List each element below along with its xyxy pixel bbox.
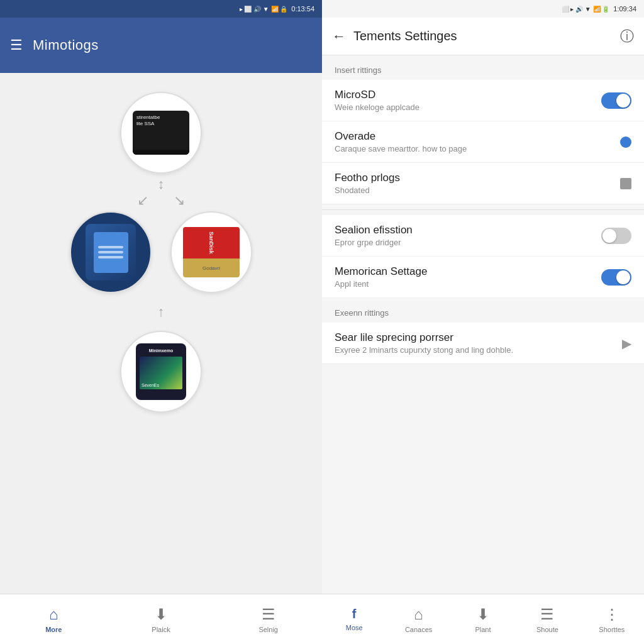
left-bottom-nav: ⌂ More ⬇ Plaick ☰ Selnig <box>0 594 322 644</box>
sd-card3-photo: SevenEs <box>140 357 182 389</box>
back-arrow-icon[interactable]: ← <box>332 28 346 45</box>
mose-icon: f <box>352 607 357 621</box>
arrows-up-section: ↑ <box>158 293 165 331</box>
arrow-left-down-icon: ↙ <box>137 194 148 208</box>
left-panel: ▸ ⬜ 🔊 ▼ 📶 🔒 0:13:54 ☰ Mimotiogs stirenta… <box>0 0 322 644</box>
plaick-label: Plaick <box>152 626 170 633</box>
plant-icon: ⬇ <box>477 606 489 623</box>
memorican-title: Memorican Settage <box>335 265 601 278</box>
settings-item-sealion[interactable]: Sealion efisstion Epror grpe dridger <box>322 215 644 257</box>
left-time: 0:13:54 <box>291 5 314 13</box>
sd-card2-label: SanDisk <box>208 231 214 254</box>
settings-item-sear[interactable]: Sear lile sprecing porrser Exyree 2 lmin… <box>322 323 644 364</box>
sd-card3-image: Minimxemo SevenEs <box>136 343 186 400</box>
microsd-text: MicroSD Weie nkeloge applcade <box>335 89 601 112</box>
left-header: ☰ Mimotiogs <box>0 18 322 73</box>
canaces-label: Canaces <box>405 626 432 633</box>
feotho-square-icon[interactable] <box>620 178 631 189</box>
microsd-title: MicroSD <box>335 89 601 101</box>
sd-card2-bottom: Godavri <box>183 258 240 277</box>
right-nav-plant[interactable]: ⬇ Plant <box>451 594 515 644</box>
microsd-toggle[interactable] <box>601 92 631 109</box>
right-status-icons: ⬜ ▸ 🔊 ▼ 📶 🔋 <box>562 6 610 13</box>
sd-card3-top-text: Minimxemo <box>149 348 174 353</box>
arrow-up-down-icon: ↕ <box>158 177 165 191</box>
sealion-text: Sealion efisstion Epror grpe dridger <box>335 224 601 247</box>
sealion-toggle-thumb <box>602 229 616 243</box>
overade-subtitle: Caraque save mearttor. how to page <box>335 144 620 153</box>
overade-text: Overade Caraque save mearttor. how to pa… <box>335 130 620 153</box>
settings-title: Tements Settinges <box>353 29 613 43</box>
right-nav-mose[interactable]: f Mose <box>322 594 386 644</box>
device-screen <box>94 232 128 273</box>
selnig-label: Selnig <box>258 626 278 633</box>
nav-item-plaick[interactable]: ⬇ Plaick <box>108 594 215 644</box>
shorttes-label: Shorttes <box>599 626 625 633</box>
nav-item-selnig[interactable]: ☰ Selnig <box>214 594 322 644</box>
right-header: ← Tements Settinges ⓘ <box>322 18 644 55</box>
feotho-subtitle: Shodated <box>335 186 620 195</box>
device-screen-line1 <box>98 246 123 248</box>
left-status-icons: ▸ ⬜ 🔊 ▼ 📶 🔒 <box>240 6 288 13</box>
right-settings-content: Insert rittings MicroSD Weie nkeloge app… <box>322 55 644 594</box>
right-time: 1:09:34 <box>613 5 636 13</box>
mose-label: Mose <box>346 624 363 631</box>
overade-dot[interactable] <box>620 136 631 148</box>
right-nav-shorttes[interactable]: ⋮ Shorttes <box>580 594 644 644</box>
info-icon[interactable]: ⓘ <box>620 27 634 46</box>
settings-item-overade[interactable]: Overade Caraque save mearttor. how to pa… <box>322 121 644 163</box>
feotho-text: Feotho prlogs Shodated <box>335 172 620 195</box>
more-label: More <box>45 626 62 633</box>
arrow-right-down-icon: ↘ <box>174 194 185 208</box>
settings-item-feotho[interactable]: Feotho prlogs Shodated <box>322 163 644 204</box>
overade-title: Overade <box>335 130 620 143</box>
arrow-up-icon: ↑ <box>158 305 165 319</box>
app-title: Mimotiogs <box>33 37 99 53</box>
sd-card2-image: SanDisk Godavri <box>183 227 240 277</box>
shoute-icon: ☰ <box>540 606 554 623</box>
microsd-toggle-thumb <box>616 94 630 108</box>
more-icon: ⌂ <box>49 606 58 623</box>
shorttes-icon: ⋮ <box>604 606 619 623</box>
plaick-icon: ⬇ <box>155 606 167 623</box>
hamburger-menu-icon[interactable]: ☰ <box>10 37 23 53</box>
sd-card-top-image: stirentatbelite SSA <box>133 111 189 155</box>
nav-item-more[interactable]: ⌂ More <box>0 594 108 644</box>
sealion-subtitle: Epror grpe dridger <box>335 238 601 247</box>
plant-label: Plant <box>475 626 491 633</box>
sear-play-icon[interactable]: ▶ <box>622 336 631 351</box>
settings-item-microsd[interactable]: MicroSD Weie nkeloge applcade <box>322 80 644 121</box>
device-screen-line2 <box>98 251 123 253</box>
sear-text: Sear lile sprecing porrser Exyree 2 lmin… <box>335 331 622 355</box>
microsd-subtitle: Weie nkeloge applcade <box>335 103 601 112</box>
settings-item-memorican[interactable]: Memorican Settage Appl itent <box>322 257 644 298</box>
selnig-icon: ☰ <box>262 606 275 623</box>
device-image <box>86 224 136 280</box>
left-status-bar: ▸ ⬜ 🔊 ▼ 📶 🔒 0:13:54 <box>0 0 322 18</box>
top-sd-card-circle: stirentatbelite SSA <box>120 92 202 174</box>
sealion-title: Sealion efisstion <box>335 224 601 236</box>
right-nav-canaces[interactable]: ⌂ Canaces <box>386 594 450 644</box>
sd-card2-top: SanDisk <box>183 227 240 258</box>
left-content: stirentatbelite SSA ↕ ↙ ↘ <box>0 73 322 594</box>
insert-section-label: Insert rittings <box>322 55 644 80</box>
arrows-down-section: ↕ ↙ ↘ <box>137 174 185 211</box>
right-panel: ⬜ ▸ 🔊 ▼ 📶 🔋 1:09:34 ← Tements Settinges … <box>322 0 644 644</box>
right-bottom-nav: f Mose ⌂ Canaces ⬇ Plant ☰ Shoute ⋮ Shor… <box>322 594 644 644</box>
device-circle <box>70 211 152 293</box>
canaces-icon: ⌂ <box>414 606 423 623</box>
bottom-sd-card-circle: Minimxemo SevenEs <box>120 331 202 413</box>
memorican-toggle-thumb <box>616 270 630 284</box>
right-nav-shoute[interactable]: ☰ Shoute <box>515 594 579 644</box>
sealion-toggle[interactable] <box>601 228 631 244</box>
shoute-label: Shoute <box>536 626 558 633</box>
memorican-toggle[interactable] <box>601 269 631 286</box>
right-status-bar: ⬜ ▸ 🔊 ▼ 📶 🔋 1:09:34 <box>322 0 644 18</box>
memorican-subtitle: Appl itent <box>335 279 601 289</box>
sd-card-top-text: stirentatbelite SSA <box>136 114 160 128</box>
feotho-title: Feotho prlogs <box>335 172 620 184</box>
sd-card2-circle: SanDisk Godavri <box>170 211 252 293</box>
device-screen-line3 <box>98 256 123 258</box>
section-divider <box>322 209 644 210</box>
external-section-label: Exeenn rittings <box>322 298 644 323</box>
